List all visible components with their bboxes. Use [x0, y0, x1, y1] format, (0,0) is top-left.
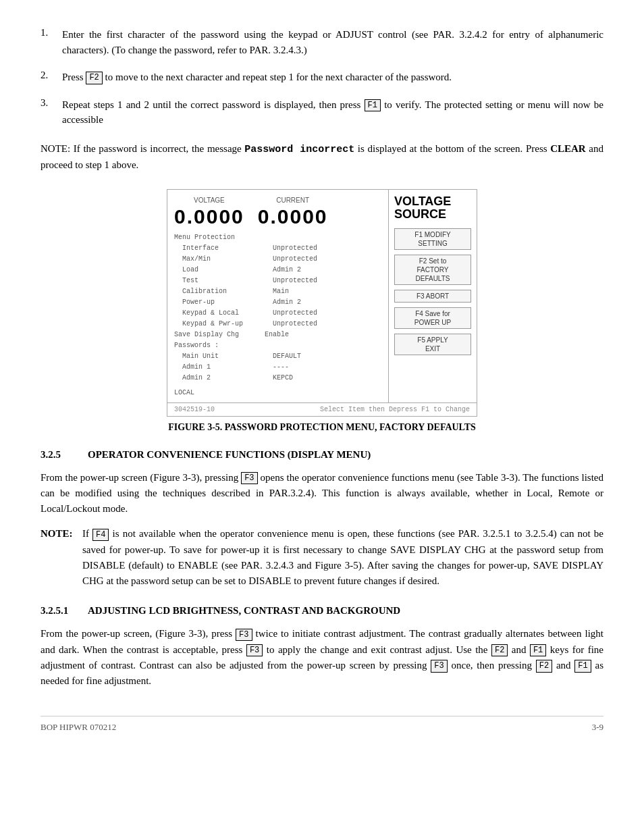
menu-label-passwords: Passwords : — [174, 340, 262, 351]
menu-row-mainunit: Main Unit DEFAULT — [174, 351, 381, 362]
voltage-label: VOLTAGE — [174, 197, 244, 204]
voltage-display: VOLTAGE 0.0000 — [174, 197, 244, 228]
f2-key-icon: F2 — [86, 72, 102, 84]
note-325-text: If F4 is not available when the operator… — [82, 526, 603, 589]
f2-key-3251: F2 — [491, 644, 508, 656]
f4-savefor-btn: F4 Save forPOWER UP — [394, 307, 471, 329]
menu-value-calibration: Main — [273, 286, 289, 297]
figure-wrapper: VOLTAGE 0.0000 CURRENT 0.0000 Menu Prote… — [41, 189, 603, 417]
list-num-1: 1. — [41, 27, 54, 57]
panel-bottom: 3042519-10 Select Item then Depress F1 t… — [167, 402, 477, 416]
f5-apply-btn: F5 APPLYEXIT — [394, 334, 471, 355]
list-num-2: 2. — [41, 70, 54, 85]
para-325: From the power-up screen (Figure 3-3), p… — [41, 470, 603, 517]
menu-row-admin2: Admin 2 KEPCD — [174, 373, 381, 384]
menu-value-load: Admin 2 — [273, 265, 301, 276]
menu-row-keypadpwrup: Keypad & Pwr-up Unprotected — [174, 319, 381, 330]
menu-label-load: Load — [182, 265, 270, 276]
menu-row-maxmin: Max/Min Unprotected — [174, 254, 381, 265]
current-value: 0.0000 — [258, 205, 328, 228]
page-content: 1. Enter the first character of the pass… — [41, 27, 603, 733]
section-325-title: OPERATOR CONVENIENCE FUNCTIONS (DISPLAY … — [88, 449, 371, 461]
menu-row-powerup: Power-up Admin 2 — [174, 297, 381, 308]
panel-id: 3042519-10 — [174, 406, 215, 413]
menu-value-admin1: ---- — [273, 362, 289, 373]
f2-factory-btn: F2 Set toFACTORYDEFAULTS — [394, 255, 471, 285]
f3-key-3251b: F3 — [246, 644, 263, 656]
section-3251-num: 3.2.5.1 — [41, 605, 74, 617]
f3-abort-btn: F3 ABORT — [394, 290, 471, 303]
f3-key-inline: F3 — [241, 472, 257, 484]
note-325-label: NOTE: — [41, 526, 74, 589]
f4-key-inline: F4 — [92, 529, 109, 541]
para-3251: From the power-up screen, (Figure 3-3), … — [41, 626, 603, 689]
menu-label-keypadlocal: Keypad & Local — [182, 308, 270, 319]
list-item-2: 2. Press F2 to move to the next characte… — [41, 70, 603, 85]
note-prefix: NOTE: If the password is incorrect, the … — [41, 143, 244, 154]
menu-label-powerup: Power-up — [182, 297, 270, 308]
menu-value-maxmin: Unprotected — [273, 254, 317, 265]
note-suffix1: is displayed at the bottom of the screen… — [354, 143, 550, 154]
menu-row-load: Load Admin 2 — [174, 265, 381, 276]
panel-top: VOLTAGE 0.0000 CURRENT 0.0000 Menu Prote… — [167, 190, 477, 402]
menu-section: Menu Protection Interface Unprotected Ma… — [174, 232, 381, 398]
voltage-value: 0.0000 — [174, 205, 244, 228]
list-text-1: Enter the first character of the passwor… — [62, 27, 603, 57]
menu-row-interface: Interface Unprotected — [174, 243, 381, 254]
panel-sidebar: VOLTAGESOURCE F1 MODIFYSETTING F2 Set to… — [389, 190, 477, 402]
menu-row-calibration: Calibration Main — [174, 286, 381, 297]
list-num-3: 3. — [41, 97, 54, 128]
menu-title: Menu Protection — [174, 232, 381, 243]
menu-row-savedisplay: Save Display Chg Enable — [174, 330, 381, 340]
current-display: CURRENT 0.0000 — [258, 197, 328, 228]
menu-label-keypadpwrup: Keypad & Pwr-up — [182, 319, 270, 330]
instrument-panel: VOLTAGE 0.0000 CURRENT 0.0000 Menu Prote… — [167, 189, 477, 417]
figure-caption: FIGURE 3-5. PASSWORD PROTECTION MENU, FA… — [41, 422, 603, 433]
menu-row-passwords: Passwords : — [174, 340, 381, 351]
menu-value-test: Unprotected — [273, 276, 317, 286]
local-text: LOCAL — [174, 388, 381, 398]
menu-value-savedisplay: Enable — [265, 330, 289, 340]
list-item-3: 3. Repeat steps 1 and 2 until the correc… — [41, 97, 603, 128]
note-325: NOTE: If F4 is not available when the op… — [41, 526, 603, 589]
menu-label-interface: Interface — [182, 243, 270, 254]
menu-row-keypadlocal: Keypad & Local Unprotected — [174, 308, 381, 319]
list-text-2: Press F2 to move to the next character a… — [62, 70, 603, 85]
numbered-list: 1. Enter the first character of the pass… — [41, 27, 603, 128]
menu-label-admin2: Admin 2 — [182, 373, 270, 384]
menu-label-calibration: Calibration — [182, 286, 270, 297]
f3-key-3251c: F3 — [431, 660, 447, 672]
footer-left: BOP HIPWR 070212 — [41, 722, 116, 733]
menu-label-maxmin: Max/Min — [182, 254, 270, 265]
f1-key-3251b: F1 — [574, 660, 591, 672]
menu-label-admin1: Admin 1 — [182, 362, 270, 373]
f3-key-3251a: F3 — [236, 629, 252, 641]
list-text-3: Repeat steps 1 and 2 until the correct p… — [62, 97, 603, 128]
menu-value-admin2: KEPCD — [273, 373, 293, 384]
panel-instruction: Select Item then Depress F1 to Change — [320, 406, 470, 413]
list-item-1: 1. Enter the first character of the pass… — [41, 27, 603, 57]
panel-main: VOLTAGE 0.0000 CURRENT 0.0000 Menu Prote… — [167, 190, 389, 402]
display-row: VOLTAGE 0.0000 CURRENT 0.0000 — [174, 197, 381, 228]
current-label: CURRENT — [258, 197, 328, 204]
f1-key-icon: F1 — [365, 99, 381, 111]
menu-row-admin1: Admin 1 ---- — [174, 362, 381, 373]
menu-value-keypadpwrup: Unprotected — [273, 319, 317, 330]
voltage-source-title: VOLTAGESOURCE — [394, 195, 471, 222]
menu-value-interface: Unprotected — [273, 243, 317, 254]
f1-key-3251: F1 — [530, 644, 546, 656]
footer-right: 3-9 — [592, 722, 603, 733]
section-325-num: 3.2.5 — [41, 449, 74, 461]
menu-value-powerup: Admin 2 — [273, 297, 301, 308]
menu-label-mainunit: Main Unit — [182, 351, 270, 362]
note-block: NOTE: If the password is incorrect, the … — [41, 141, 603, 173]
menu-value-mainunit: DEFAULT — [273, 351, 301, 362]
note-clear: CLEAR — [550, 143, 586, 154]
section-325-heading: 3.2.5 OPERATOR CONVENIENCE FUNCTIONS (DI… — [41, 449, 603, 461]
footer-bar: BOP HIPWR 070212 3-9 — [41, 716, 603, 733]
menu-label-savedisplay: Save Display Chg — [174, 330, 262, 340]
menu-row-test: Test Unprotected — [174, 276, 381, 286]
f2-key-3251b: F2 — [536, 660, 552, 672]
section-3251-title: ADJUSTING LCD BRIGHTNESS, CONTRAST AND B… — [88, 605, 400, 617]
menu-label-test: Test — [182, 276, 270, 286]
